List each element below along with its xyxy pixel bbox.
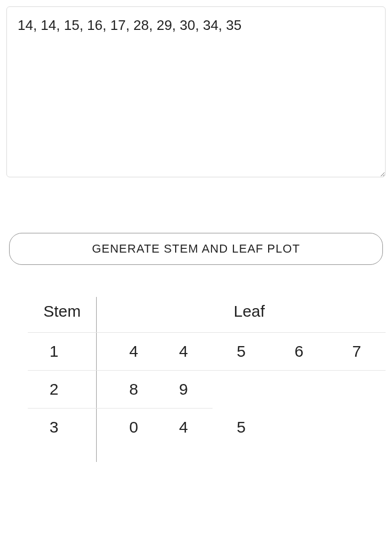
leaf-value: 9 (155, 371, 213, 409)
leaf-value: 4 (97, 333, 155, 371)
leaf-value: 4 (155, 333, 213, 371)
stem-value: 3 (28, 409, 97, 446)
leaf-value (270, 371, 328, 409)
table-row: 3045 (28, 409, 386, 446)
leaf-value: 5 (213, 333, 270, 371)
leaf-value: 5 (213, 409, 270, 446)
data-input[interactable] (6, 6, 386, 177)
stem-leaf-plot: Stem Leaf 1445672893045 (6, 297, 386, 462)
leaf-header: Leaf (97, 297, 386, 333)
leaf-value (213, 371, 270, 409)
leaf-value (328, 371, 386, 409)
leaf-value: 4 (155, 409, 213, 446)
leaf-value (328, 409, 386, 446)
stem-value: 2 (28, 371, 97, 409)
leaf-value: 0 (97, 409, 155, 446)
leaf-value: 7 (328, 333, 386, 371)
stem-leaf-table: Stem Leaf 1445672893045 (28, 297, 386, 462)
leaf-value: 6 (270, 333, 328, 371)
table-row: 144567 (28, 333, 386, 371)
stem-header: Stem (28, 297, 97, 333)
stem-value: 1 (28, 333, 97, 371)
leaf-value (270, 409, 328, 446)
leaf-value: 8 (97, 371, 155, 409)
generate-button[interactable]: GENERATE STEM AND LEAF PLOT (9, 233, 383, 265)
table-row: 289 (28, 371, 386, 409)
